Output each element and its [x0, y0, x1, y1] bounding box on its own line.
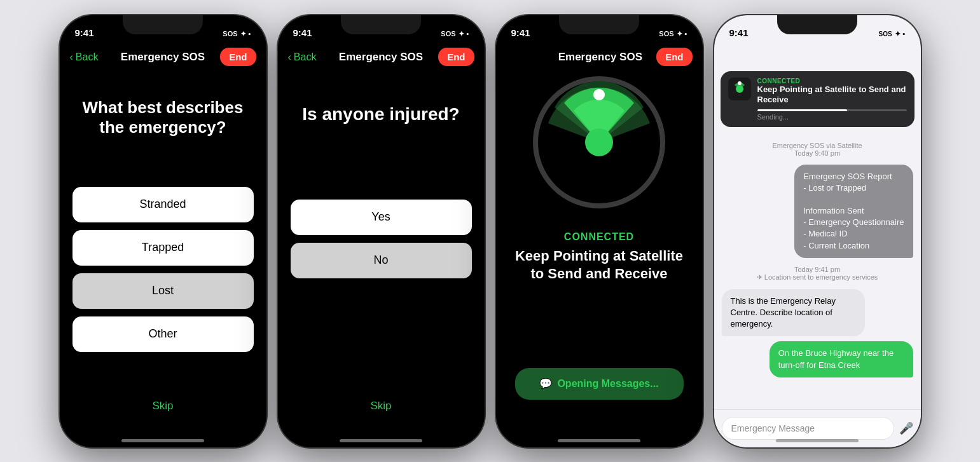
opening-messages-button[interactable]: 💬 Opening Messages... — [515, 368, 684, 400]
satellite-message: Keep Pointing at Satellite to Send and R… — [496, 247, 703, 283]
svg-point-4 — [738, 81, 742, 85]
signal-icon-3: ✦ — [677, 30, 682, 38]
status-bar-1: 9:41 SOS ✦ ▪ — [60, 15, 266, 43]
status-icons-2: SOS ✦ ▪ — [441, 30, 469, 38]
back-button-2[interactable]: ‹ Back — [288, 51, 317, 63]
banner-progress-bar — [757, 109, 907, 111]
end-button-1[interactable]: End — [220, 48, 256, 66]
screen-messages: 9:41 SOS ✦ ▪ — [714, 15, 921, 447]
msg-timestamp-2: Today 9:41 pm✈ Location sent to emergenc… — [722, 266, 913, 282]
banner-title: Keep Pointing at Satellite to Send and R… — [757, 85, 907, 106]
messages-area: Emergency SOS via SatelliteToday 9:40 pm… — [714, 133, 921, 409]
banner-text: CONNECTED Keep Pointing at Satellite to … — [757, 78, 907, 121]
home-indicator-1 — [121, 439, 204, 442]
status-icons-1: SOS ✦ ▪ — [223, 30, 251, 38]
status-bar-2: 9:41 SOS ✦ ▪ — [278, 15, 485, 43]
skip-link-1[interactable]: Skip — [60, 400, 266, 412]
connected-banner: CONNECTED Keep Pointing at Satellite to … — [721, 71, 914, 128]
mic-icon[interactable]: 🎤 — [899, 421, 913, 435]
battery-icon-4: ▪ — [903, 30, 906, 37]
svg-point-2 — [593, 89, 605, 100]
status-time-2: 9:41 — [293, 27, 312, 38]
notch-2 — [341, 15, 421, 34]
phone-4-screen: 9:41 SOS ✦ ▪ — [714, 15, 921, 447]
message-bubble-icon: 💬 — [539, 377, 552, 390]
nav-title-1: Emergency SOS — [121, 51, 205, 64]
banner-progress-fill — [757, 109, 847, 111]
option-other[interactable]: Other — [72, 316, 254, 352]
sos-icon-1: SOS — [223, 30, 237, 37]
screen-injured: 9:41 SOS ✦ ▪ ‹ Back Emergency SOS End — [278, 15, 485, 447]
skip-link-2[interactable]: Skip — [278, 400, 485, 412]
status-icons-4: SOS ✦ ▪ — [878, 30, 905, 38]
msg-bubble-sent-green-1: On the Bruce Highway near the turn-off f… — [770, 341, 913, 377]
satellite-graphic — [529, 72, 669, 212]
connected-label-3: CONNECTED — [496, 231, 703, 243]
phone-1-screen: 9:41 SOS ✦ ▪ ‹ Back Emergency SOS End — [60, 15, 266, 447]
status-time-4: 9:41 — [729, 27, 749, 38]
option-no[interactable]: No — [291, 243, 472, 278]
screen-satellite: 9:41 SOS ✦ ▪ Emergency SOS End — [496, 15, 703, 447]
sos-icon-3: SOS — [659, 30, 673, 37]
message-input-placeholder: Emergency Message — [731, 423, 815, 433]
phone-3-screen: 9:41 SOS ✦ ▪ Emergency SOS End — [496, 15, 703, 447]
chevron-left-icon-1: ‹ — [70, 51, 73, 63]
nav-bar-1: ‹ Back Emergency SOS End — [60, 43, 266, 71]
option-yes[interactable]: Yes — [291, 200, 472, 235]
message-input[interactable]: Emergency Message — [722, 417, 894, 440]
status-time-1: 9:41 — [75, 27, 94, 38]
battery-icon-2: ▪ — [467, 30, 469, 37]
signal-icon-4: ✦ — [895, 30, 901, 38]
injured-question: Is anyone injured? — [278, 104, 485, 125]
nav-title-3: Emergency SOS — [558, 51, 642, 64]
option-trapped[interactable]: Trapped — [72, 230, 254, 266]
signal-icon-1: ✦ — [240, 30, 246, 38]
notch-4 — [777, 15, 857, 34]
notch-1 — [123, 15, 203, 34]
phone-2: 9:41 SOS ✦ ▪ ‹ Back Emergency SOS End — [278, 15, 485, 447]
msg-timestamp-1: Emergency SOS via SatelliteToday 9:40 pm — [722, 142, 913, 157]
svg-point-1 — [585, 128, 613, 156]
end-button-2[interactable]: End — [438, 48, 474, 66]
status-time-3: 9:41 — [511, 27, 530, 38]
option-stranded[interactable]: Stranded — [72, 187, 254, 222]
home-indicator-2 — [340, 439, 422, 442]
yesno-options: Yes No — [291, 200, 472, 278]
phone-2-screen: 9:41 SOS ✦ ▪ ‹ Back Emergency SOS End — [278, 15, 485, 447]
phones-container: 9:41 SOS ✦ ▪ ‹ Back Emergency SOS End — [0, 0, 980, 462]
emergency-type-options: Stranded Trapped Lost Other — [72, 187, 254, 352]
screen-emergency-type: 9:41 SOS ✦ ▪ ‹ Back Emergency SOS End — [60, 15, 266, 447]
notch-3 — [559, 15, 639, 34]
emergency-type-question: What best describes the emergency? — [60, 98, 266, 137]
option-lost[interactable]: Lost — [72, 273, 254, 309]
battery-icon-3: ▪ — [685, 30, 687, 37]
nav-bar-2: ‹ Back Emergency SOS End — [278, 43, 485, 71]
phone-3: 9:41 SOS ✦ ▪ Emergency SOS End — [496, 15, 703, 447]
msg-bubble-received-1: This is the Emergency Relay Centre. Desc… — [722, 289, 866, 337]
msg-bubble-sent-1: Emergency SOS Report- Lost or TrappedInf… — [794, 165, 913, 258]
banner-sending-label: Sending... — [757, 113, 907, 121]
phone-1: 9:41 SOS ✦ ▪ ‹ Back Emergency SOS End — [60, 15, 266, 447]
status-bar-4: 9:41 SOS ✦ ▪ — [714, 15, 921, 43]
sos-icon-2: SOS — [441, 30, 455, 37]
chevron-left-icon-2: ‹ — [288, 51, 291, 63]
phone-4: 9:41 SOS ✦ ▪ — [714, 15, 921, 447]
back-button-1[interactable]: ‹ Back — [70, 51, 99, 63]
status-bar-3: 9:41 SOS ✦ ▪ — [496, 15, 703, 43]
banner-satellite-icon — [728, 78, 751, 100]
home-indicator-4 — [776, 439, 859, 442]
status-icons-3: SOS ✦ ▪ — [659, 30, 687, 38]
signal-icon-2: ✦ — [459, 30, 464, 38]
battery-icon-1: ▪ — [249, 30, 251, 37]
sos-icon-4: SOS — [878, 31, 892, 37]
banner-connected-label: CONNECTED — [757, 78, 907, 85]
home-indicator-3 — [558, 439, 640, 442]
end-button-3[interactable]: End — [656, 48, 692, 66]
nav-title-2: Emergency SOS — [339, 51, 423, 64]
nav-bar-3: Emergency SOS End — [496, 43, 703, 71]
opening-messages-label: Opening Messages... — [557, 378, 658, 390]
